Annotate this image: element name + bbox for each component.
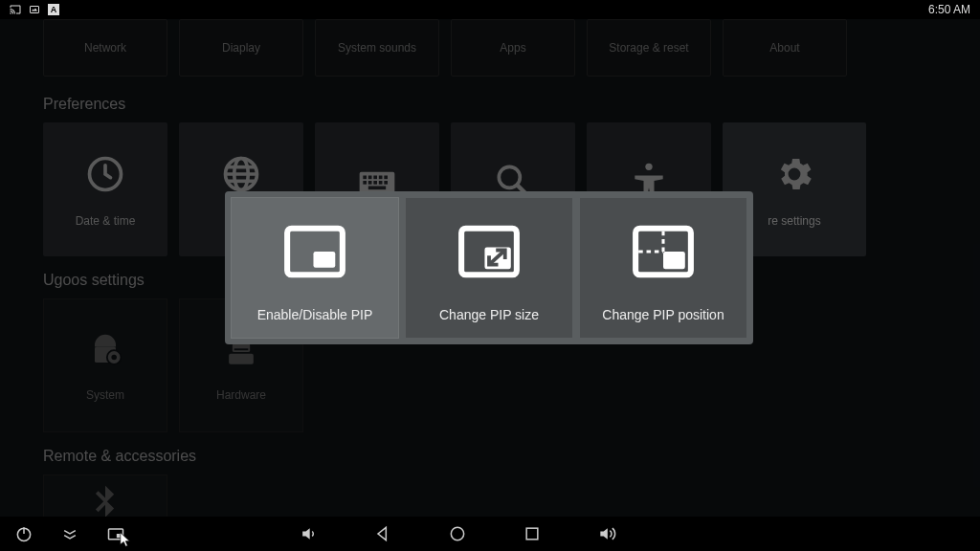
tile-system[interactable]: System [43, 298, 167, 432]
svg-rect-25 [229, 354, 254, 364]
mouse-cursor [120, 532, 133, 549]
svg-point-21 [645, 164, 652, 170]
label: Apps [500, 41, 525, 55]
svg-rect-29 [313, 252, 335, 268]
bluetooth-icon [82, 489, 128, 518]
label: System [86, 388, 124, 402]
top-tile-storage[interactable]: Storage & reset [587, 19, 711, 77]
android-gear-icon [82, 329, 128, 375]
label: Change PIP position [602, 307, 724, 322]
collapse-button[interactable] [59, 523, 80, 544]
top-tile-apps[interactable]: Apps [451, 19, 575, 77]
nav-bar [0, 517, 980, 551]
status-bar: A 6:50 AM [0, 0, 980, 19]
svg-rect-35 [663, 252, 685, 269]
svg-rect-15 [373, 181, 377, 185]
power-button[interactable] [13, 523, 34, 544]
clock-icon [82, 151, 128, 197]
label: About [769, 41, 799, 55]
svg-rect-26 [233, 343, 250, 352]
image-icon [29, 4, 40, 15]
tile-date-time[interactable]: Date & time [43, 122, 167, 256]
popup-pip-size[interactable]: Change PIP size [406, 198, 572, 338]
recents-button[interactable] [522, 523, 543, 544]
pip-position-icon [625, 213, 702, 290]
svg-rect-41 [526, 528, 538, 540]
cast-icon [10, 4, 21, 15]
text-icon: A [48, 4, 59, 15]
label: Hardware [216, 388, 266, 402]
svg-point-40 [451, 527, 463, 540]
svg-rect-17 [384, 181, 388, 185]
volume-up-button[interactable] [596, 523, 617, 544]
gear-icon [771, 151, 817, 197]
svg-point-24 [111, 355, 117, 361]
globe-icon [218, 151, 264, 197]
svg-rect-14 [368, 181, 372, 185]
svg-rect-8 [363, 176, 367, 180]
section-remote: Remote & accessories [43, 448, 980, 465]
label: Diaplay [222, 41, 260, 55]
pip-size-icon [451, 213, 527, 290]
section-preferences: Preferences [43, 96, 980, 113]
label: Storage & reset [609, 41, 688, 55]
top-tile-about[interactable]: About [723, 19, 847, 77]
clock-text: 6:50 AM [928, 3, 970, 16]
home-button[interactable] [447, 523, 468, 544]
svg-rect-13 [363, 181, 367, 185]
popup-pip-position[interactable]: Change PIP position [580, 198, 746, 338]
svg-rect-16 [379, 181, 383, 185]
label: Change PIP size [439, 307, 539, 322]
back-button[interactable] [372, 523, 393, 544]
svg-rect-18 [368, 187, 386, 190]
top-tile-network[interactable]: Network [43, 19, 167, 77]
top-settings-row: Network Diaplay System sounds Apps Stora… [43, 19, 980, 77]
svg-rect-10 [373, 176, 377, 180]
label: re settings [768, 214, 820, 228]
svg-rect-27 [234, 348, 249, 350]
svg-rect-28 [287, 229, 343, 276]
popup-enable-pip[interactable]: Enable/Disable PIP [232, 198, 398, 338]
label: Date & time [76, 214, 136, 228]
top-tile-display[interactable]: Diaplay [179, 19, 303, 77]
label: Enable/Disable PIP [257, 307, 373, 322]
top-tile-sounds[interactable]: System sounds [315, 19, 439, 77]
volume-down-button[interactable] [298, 523, 319, 544]
pip-popup: Enable/Disable PIP Change PIP size Chang… [225, 191, 753, 344]
svg-rect-12 [384, 176, 388, 180]
label: Network [84, 41, 126, 55]
svg-rect-9 [368, 176, 372, 180]
label: System sounds [338, 41, 416, 55]
svg-rect-11 [379, 176, 383, 180]
pip-toggle-icon [277, 213, 353, 290]
